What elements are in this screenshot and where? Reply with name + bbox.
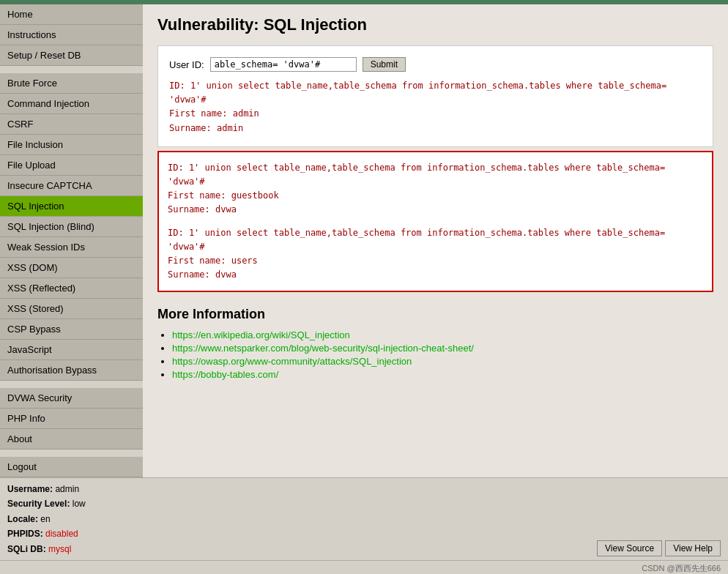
second-result-firstname: First name: guestbook [168,189,703,203]
sidebar-item-command-injection[interactable]: Command Injection [0,94,143,114]
sqli-db-label: SQLi DB: [7,544,46,554]
footer-buttons: View Source View Help [597,540,721,556]
phpids-value: disabled [45,529,78,539]
sidebar-item-xss-reflected[interactable]: XSS (Reflected) [0,278,143,299]
first-result-firstname: First name: admin [169,107,702,121]
third-result-entry: ID: 1' union select table_name,table_sch… [168,226,703,283]
footer-credit: CSDN @西西先生666 [0,560,728,574]
security-value: low [73,499,86,509]
sidebar-item-sql-injection-blind[interactable]: SQL Injection (Blind) [0,217,143,237]
third-result-id: ID: 1' union select table_name,table_sch… [168,226,703,254]
input-section: User ID: Submit ID: 1' union select tabl… [157,45,713,147]
sidebar-item-home[interactable]: Home [0,4,143,25]
sidebar-item-csrf[interactable]: CSRF [0,114,143,135]
phpids-label: PHPIDS: [7,529,43,539]
sidebar-item-javascript[interactable]: JavaScript [0,340,143,360]
third-result-surname: Surname: dvwa [168,268,703,282]
result-box: ID: 1' union select table_name,table_sch… [157,151,713,293]
user-id-label: User ID: [169,59,204,70]
sidebar-item-php-info[interactable]: PHP Info [0,409,143,429]
more-info-title: More Information [157,307,713,322]
sidebar-item-file-inclusion[interactable]: File Inclusion [0,135,143,155]
sidebar-item-brute-force[interactable]: Brute Force [0,73,143,94]
first-result-outside: ID: 1' union select table_name,table_sch… [169,79,702,135]
username-value: admin [55,484,79,494]
page-title: Vulnerability: SQL Injection [157,15,713,34]
first-result-id: ID: 1' union select table_name,table_sch… [169,79,702,107]
sidebar-item-weak-session-ids[interactable]: Weak Session IDs [0,237,143,258]
sidebar-item-setup-reset-db[interactable]: Setup / Reset DB [0,45,143,66]
sidebar-item-instructions[interactable]: Instructions [0,25,143,45]
user-id-input[interactable] [210,57,357,72]
view-source-button[interactable]: View Source [597,540,662,556]
sidebar-item-xss-stored[interactable]: XSS (Stored) [0,299,143,319]
more-info-link[interactable]: https://owasp.org/www-community/attacks/… [172,356,412,367]
main-content: Vulnerability: SQL Injection User ID: Su… [143,4,728,477]
more-info-links: https://en.wikipedia.org/wiki/SQL_inject… [157,329,713,380]
more-info-section: More Information https://en.wikipedia.or… [157,307,713,380]
view-help-button[interactable]: View Help [665,540,721,556]
more-info-link[interactable]: https://bobby-tables.com/ [172,369,278,380]
sidebar-item-xss-dom[interactable]: XSS (DOM) [0,258,143,278]
sidebar: HomeInstructionsSetup / Reset DBBrute Fo… [0,4,143,477]
more-info-link[interactable]: https://www.netsparker.com/blog/web-secu… [172,343,474,354]
footer-info: Username: admin Security Level: low Loca… [7,482,86,556]
user-id-row: User ID: Submit [169,57,702,72]
second-result-entry: ID: 1' union select table_name,table_sch… [168,161,703,217]
username-label: Username: [7,484,53,494]
more-info-link[interactable]: https://en.wikipedia.org/wiki/SQL_inject… [172,329,350,340]
sidebar-item-dvwa-security[interactable]: DVWA Security [0,388,143,409]
sidebar-item-file-upload[interactable]: File Upload [0,155,143,176]
security-label: Security Level: [7,499,70,509]
submit-button[interactable]: Submit [363,57,406,72]
second-result-id: ID: 1' union select table_name,table_sch… [168,161,703,189]
locale-value: en [40,514,50,524]
third-result-firstname: First name: users [168,254,703,268]
second-result-surname: Surname: dvwa [168,203,703,217]
sidebar-item-about[interactable]: About [0,429,143,450]
first-result-surname: Surname: admin [169,122,702,135]
locale-label: Locale: [7,514,38,524]
footer: Username: admin Security Level: low Loca… [0,477,728,560]
sidebar-item-sql-injection[interactable]: SQL Injection [0,196,143,217]
sidebar-item-authorisation-bypass[interactable]: Authorisation Bypass [0,360,143,381]
sidebar-item-csp-bypass[interactable]: CSP Bypass [0,319,143,340]
sidebar-item-logout[interactable]: Logout [0,457,143,477]
sidebar-item-insecure-captcha[interactable]: Insecure CAPTCHA [0,176,143,196]
sqli-db-value: mysql [48,544,71,554]
